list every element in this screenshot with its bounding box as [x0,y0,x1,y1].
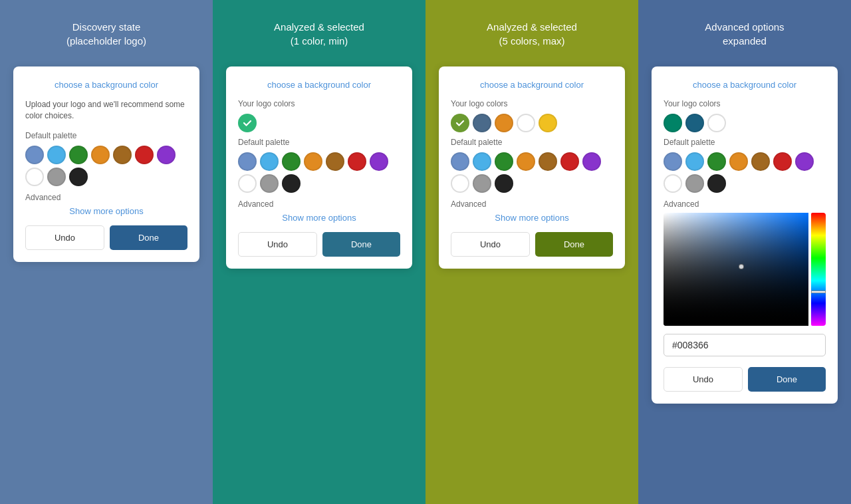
color-dot[interactable] [157,146,176,164]
color-dot[interactable] [238,152,257,171]
color-dot[interactable] [25,146,44,164]
color-dot[interactable] [25,168,44,186]
col3-logo-colors [451,114,613,132]
col1-upload-text: Upload your logo and we'll recommend som… [25,99,187,122]
color-dot[interactable] [348,152,366,171]
col4-palette-label: Default palette [664,138,826,147]
column-analyzed-min: Analyzed & selected(1 color, min) choose… [213,0,426,504]
col3-selected-color-1[interactable] [451,114,469,132]
color-dot[interactable] [304,152,322,171]
color-dot[interactable] [751,152,770,171]
color-dot[interactable] [517,114,535,132]
col2-palette-label: Default palette [238,138,400,147]
col3-palette-label: Default palette [451,138,613,147]
color-dot[interactable] [560,152,579,171]
col4-picker-main[interactable] [664,213,808,326]
col4-undo-btn[interactable]: Undo [664,367,743,392]
color-dot[interactable] [664,152,682,171]
color-dot[interactable] [473,114,491,132]
col4-btn-row: Undo Done [664,367,826,392]
column-advanced: Advanced optionsexpanded choose a backgr… [638,0,851,504]
color-dot[interactable] [451,152,469,171]
col1-show-more[interactable]: Show more options [25,206,187,216]
color-dot[interactable] [135,146,154,164]
col3-card: choose a background color Your logo colo… [439,66,625,269]
column-discovery: Discovery state(placeholder logo) choose… [0,0,213,504]
col3-advanced-label: Advanced [451,199,613,209]
col1-header: Discovery state(placeholder logo) [66,20,146,48]
col3-undo-btn[interactable]: Undo [451,232,530,257]
col4-card: choose a background color Your logo colo… [652,66,838,404]
col1-bg-link[interactable]: choose a background color [25,80,187,90]
color-dot[interactable] [729,152,748,171]
color-dot[interactable] [539,152,557,171]
col1-advanced-label: Advanced [25,193,187,202]
col2-btn-row: Undo Done [238,232,400,257]
color-dot[interactable] [795,152,814,171]
col2-header: Analyzed & selected(1 color, min) [274,20,364,48]
col3-btn-row: Undo Done [451,232,613,257]
color-dot[interactable] [282,174,301,193]
col4-logo-colors-label: Your logo colors [664,99,826,108]
color-dot[interactable] [517,152,535,171]
col2-card: choose a background color Your logo colo… [226,66,412,269]
col1-default-palette [25,146,187,186]
color-dot[interactable] [47,168,66,186]
col1-palette-label: Default palette [25,131,187,140]
color-dot[interactable] [664,114,682,132]
color-dot[interactable] [685,114,704,132]
col1-done-btn[interactable]: Done [110,225,187,250]
col4-done-btn[interactable]: Done [748,367,826,392]
col3-done-btn[interactable]: Done [535,232,613,257]
color-dot[interactable] [685,152,704,171]
col3-logo-colors-label: Your logo colors [451,99,613,108]
color-dot[interactable] [69,146,88,164]
color-dot[interactable] [260,174,279,193]
col4-hex-input[interactable] [664,334,826,356]
col4-color-picker[interactable] [664,213,826,326]
color-dot[interactable] [539,114,557,132]
col2-done-btn[interactable]: Done [322,232,400,257]
color-dot[interactable] [451,174,469,193]
color-dot[interactable] [664,174,682,193]
color-dot[interactable] [473,152,491,171]
color-dot[interactable] [473,174,491,193]
color-dot[interactable] [707,174,726,193]
col2-logo-colors [238,114,400,132]
col2-bg-link[interactable]: choose a background color [238,80,400,90]
col2-show-more[interactable]: Show more options [238,213,400,223]
color-dot[interactable] [495,174,513,193]
col3-bg-link[interactable]: choose a background color [451,80,613,90]
color-dot[interactable] [238,174,257,193]
col3-header: Analyzed & selected(5 colors, max) [487,20,577,48]
col4-default-palette [664,152,826,193]
col3-default-palette [451,152,613,193]
col1-undo-btn[interactable]: Undo [25,225,104,250]
color-dot[interactable] [326,152,344,171]
col2-undo-btn[interactable]: Undo [238,232,317,257]
color-dot[interactable] [707,152,726,171]
col4-picker-dot[interactable] [739,264,744,269]
color-dot[interactable] [707,114,726,132]
color-dot[interactable] [260,152,279,171]
col1-btn-row: Undo Done [25,225,187,250]
color-dot[interactable] [495,114,513,132]
color-dot[interactable] [582,152,601,171]
color-dot[interactable] [69,168,88,186]
col2-default-palette [238,152,400,193]
color-dot[interactable] [370,152,388,171]
col4-picker-gradient[interactable] [664,213,826,326]
color-dot[interactable] [773,152,792,171]
color-dot[interactable] [47,146,66,164]
col4-hue-slider[interactable] [811,213,826,326]
color-dot[interactable] [685,174,704,193]
color-dot[interactable] [495,152,513,171]
color-dot[interactable] [91,146,110,164]
color-dot[interactable] [113,146,132,164]
col4-header: Advanced optionsexpanded [705,20,784,48]
color-dot[interactable] [282,152,301,171]
col2-selected-color[interactable] [238,114,257,132]
col3-show-more[interactable]: Show more options [451,213,613,223]
col4-bg-link[interactable]: choose a background color [664,80,826,90]
col4-hue-marker [811,291,826,293]
